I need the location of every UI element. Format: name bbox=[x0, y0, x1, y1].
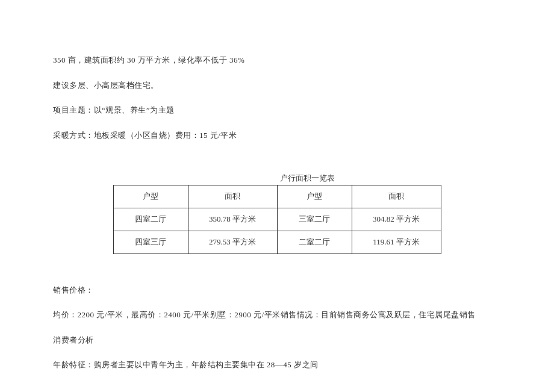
table-header-cell: 面积 bbox=[352, 185, 441, 208]
table-cell: 四室二厅 bbox=[113, 208, 188, 231]
table-title: 户行面积一览表 bbox=[113, 172, 501, 184]
table-cell: 350.78 平方米 bbox=[188, 208, 277, 231]
paragraph-building-type: 建设多层、小高层高档住宅。 bbox=[53, 79, 501, 92]
unit-area-table-wrap: 户型 面积 户型 面积 四室二厅 350.78 平方米 三室二厅 304.82 … bbox=[53, 185, 501, 254]
table-row: 四室三厅 279.53 平方米 二室二厅 119.61 平方米 bbox=[113, 231, 441, 254]
table-header-row: 户型 面积 户型 面积 bbox=[113, 185, 441, 208]
table-cell: 279.53 平方米 bbox=[188, 231, 277, 254]
paragraph-land-area: 350 亩，建筑面积约 30 万平方米，绿化率不低于 36% bbox=[53, 54, 501, 66]
table-header-cell: 户型 bbox=[277, 185, 352, 208]
paragraph-heating: 采暖方式：地板采暖（小区自烧）费用：15 元/平米 bbox=[53, 129, 501, 142]
table-header-cell: 面积 bbox=[188, 185, 277, 208]
unit-area-table: 户型 面积 户型 面积 四室二厅 350.78 平方米 三室二厅 304.82 … bbox=[113, 185, 441, 254]
table-cell: 二室二厅 bbox=[277, 231, 352, 254]
paragraph-price-detail: 均价：2200 元/平米，最高价：2400 元/平米别墅：2900 元/平米销售… bbox=[53, 309, 501, 321]
paragraph-consumer-analysis: 消费者分析 bbox=[53, 334, 501, 346]
table-row: 四室二厅 350.78 平方米 三室二厅 304.82 平方米 bbox=[113, 208, 441, 231]
table-cell: 三室二厅 bbox=[277, 208, 352, 231]
table-header-cell: 户型 bbox=[113, 185, 188, 208]
paragraph-price-label: 销售价格： bbox=[53, 284, 501, 296]
table-cell: 四室三厅 bbox=[113, 231, 188, 254]
paragraph-theme: 项目主题：以“观景、养生”为主题 bbox=[53, 104, 501, 116]
table-cell: 119.61 平方米 bbox=[352, 231, 441, 254]
paragraph-age-characteristic: 年龄特征：购房者主要以中青年为主，年龄结构主要集中在 28—45 岁之间 bbox=[53, 359, 501, 371]
table-cell: 304.82 平方米 bbox=[352, 208, 441, 231]
